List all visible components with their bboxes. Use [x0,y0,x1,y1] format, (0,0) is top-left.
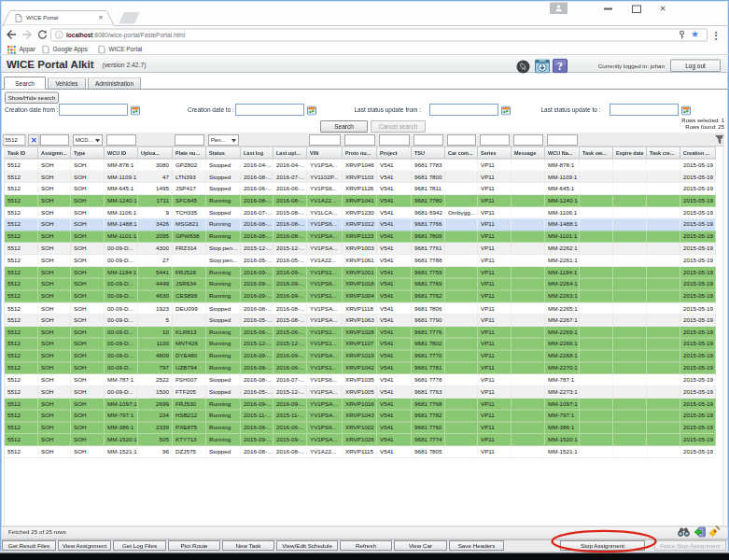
table-row[interactable]: 5512SOHSOH00-09-D...10KLR813Running2015-… [5,327,716,339]
logout-button[interactable]: Log out [670,60,721,73]
filter-input-series[interactable] [480,134,510,146]
table-row[interactable]: 5512SOHSOHMM-386:12339PXE875Running2016-… [5,422,716,434]
column-header[interactable]: Status [206,147,241,159]
table-row[interactable]: 5512SOHSOHMM-1109:147LTN393Stopped2016-0… [5,171,716,183]
column-header[interactable]: WCU Na... [545,147,580,159]
filter-input-assignm[interactable] [40,134,69,146]
footer-button-view-edit-schedule[interactable]: View/Edit Schedule [276,540,338,551]
table-row[interactable]: 5512SOHSOHMM-1097:12699FRJ530Running2016… [5,399,716,411]
column-header[interactable]: Message [512,147,545,159]
table-row[interactable]: 5512SOHSOHMM-1106:19TCH335Stopped2016-07… [5,207,716,219]
download-icon[interactable] [535,60,550,74]
table-row[interactable]: 5512SOHSOH00-09-D...4630CES899Running201… [5,290,716,302]
bookmark-wice-portal[interactable]: WICE Portal [109,46,143,53]
table-row[interactable]: 5512SOHSOH00-09-D...1923DEU099Stopped201… [5,302,716,315]
url-text[interactable]: localhost:8080/wice-portal/FastePortal.h… [66,32,185,39]
broom-icon[interactable] [709,525,721,538]
import-icon[interactable] [694,526,707,538]
show-hide-search-button[interactable]: Show/Hide search [5,92,59,105]
tab-close-icon[interactable]: ✕ [96,14,105,21]
bookmark-google-apps[interactable]: Google Apps [53,46,88,53]
column-header[interactable]: TSU [412,147,445,159]
table-row[interactable]: 5512SOHSOH00-09-D...4300FRZ314Stop pen..… [5,243,716,255]
filter-input-vin[interactable] [309,134,341,146]
table-row[interactable]: 5512SOHSOHMM-878:13080GPZ802Stopped2016-… [5,160,716,172]
creation-date-from-input[interactable] [59,104,128,116]
apps-grid-icon[interactable] [7,46,16,54]
column-header[interactable]: Task ow... [580,147,613,159]
browser-menu-icon[interactable]: ••• [714,30,718,40]
column-header[interactable]: Assignm... [38,147,71,159]
table-row[interactable]: 5512SOHSOHMM-797:1234HSB212Running2015-1… [5,411,716,423]
calendar-icon[interactable] [681,106,691,116]
column-header[interactable]: Proto nu... [343,147,377,159]
bookmark-appar[interactable]: Appar [20,46,35,53]
table-row[interactable]: 5512SOHSOH00-09-D...27Stop pen...2016-05… [5,255,716,267]
footer-button-get-log-files[interactable]: Get Log Files [113,540,166,551]
notifications-icon[interactable] [516,60,530,74]
key-icon[interactable] [678,31,686,40]
minimize-button[interactable] [604,8,612,10]
table-row[interactable]: 5512SOHSOHMM-787:12522FSH007Stopped2016-… [5,374,716,386]
filter-input-car-com[interactable] [447,134,476,146]
reload-icon[interactable] [38,30,48,39]
column-header[interactable]: Plate nu... [173,147,206,159]
maximize-button[interactable] [632,6,641,14]
calendar-icon[interactable] [131,106,140,116]
filter-input-message[interactable] [513,134,543,146]
table-row[interactable]: 5512SOHSOHMM-1240:11711SFC645Running2016… [5,195,716,207]
filter-input-wcu-id[interactable] [106,134,136,146]
filter-select-status[interactable]: Pen... [208,134,239,146]
column-header[interactable]: Last log [241,147,273,159]
column-header[interactable]: Type [71,147,105,159]
column-header[interactable]: Task ID [5,147,38,159]
column-header[interactable]: Task cre... [647,147,680,159]
search-button[interactable]: Search [320,120,368,133]
footer-button-save-headers[interactable]: Save Headers [449,540,504,551]
footer-button-view-assignment[interactable]: View Assignment [58,540,111,551]
footer-button-refresh[interactable]: Refresh [340,540,392,551]
forward-icon[interactable] [22,30,33,39]
tab-administration[interactable]: Administration [88,77,141,90]
column-header[interactable]: Series [478,147,512,159]
footer-button-new-task[interactable]: New Task [222,540,274,551]
back-icon[interactable] [7,30,17,39]
creation-date-to-input[interactable] [235,104,304,116]
clear-filter-icon[interactable]: ✕ [28,134,40,146]
column-header[interactable]: VIN [307,147,343,159]
footer-button-plot-route[interactable]: Plot Route [168,540,220,551]
table-row[interactable]: 5512SOHSOHMM-1521:196DZJ575Stopped2016-0… [5,446,716,458]
stop-assignment-button[interactable]: Stop Assignment [560,540,645,551]
table-row[interactable]: 5512SOHSOHMM-645:11495JSP417Stopped2016-… [5,183,716,195]
column-header[interactable]: Expire date [613,147,647,159]
filter-input-task-id[interactable]: 5512 [3,134,26,146]
table-row[interactable]: 5512SOHSOHMM-1520:1505KTY713Running2015-… [5,434,716,446]
footer-button-view-car[interactable]: View Car [394,540,447,551]
column-header[interactable]: Project [377,147,412,159]
binoculars-icon[interactable] [678,527,690,537]
footer-button-get-result-files[interactable]: Get Result Files [2,540,56,551]
table-row[interactable]: 5512SOHSOHMM-1101:12095GPW838Running2016… [5,231,716,243]
page-info-icon[interactable]: i [55,31,63,39]
table-row[interactable]: 5512SOHSOHMM-1488:13426MSG821Running2016… [5,219,716,231]
column-header[interactable]: Uploa... [138,147,173,159]
profile-icon[interactable] [550,3,568,15]
table-row[interactable]: 5512SOHSOH00-09-D...797UZB794Running2016… [5,362,716,374]
filter-input-proto-nu[interactable] [344,134,375,146]
table-row[interactable]: 5512SOHSOH00-09-D...4809DYE480Running201… [5,351,716,363]
column-header[interactable]: WCU ID [105,147,138,159]
table-row[interactable]: 5512SOHSOH00-09-D...4449JSR634Running201… [5,279,716,291]
filter-input-tsu[interactable] [414,134,443,146]
column-header[interactable]: Car com... [445,147,478,159]
close-button[interactable]: ✕ [657,3,668,14]
last-status-update-to-input[interactable] [610,104,679,116]
calendar-icon[interactable] [501,106,511,116]
table-row[interactable]: 5512SOHSOH00-09-D...1100MNT426Running201… [5,339,716,351]
filter-input-project[interactable] [379,134,410,146]
filter-input-plate-nu[interactable] [175,134,204,146]
bookmark-star-icon[interactable]: ★ [691,28,699,39]
column-header[interactable]: Last upl... [273,147,307,159]
tab-vehicles[interactable]: Vehicles [48,77,86,90]
calendar-icon[interactable] [307,106,316,116]
table-row[interactable]: 5512SOHSOHMM-1184:15441FRJ528Running2016… [5,267,716,279]
